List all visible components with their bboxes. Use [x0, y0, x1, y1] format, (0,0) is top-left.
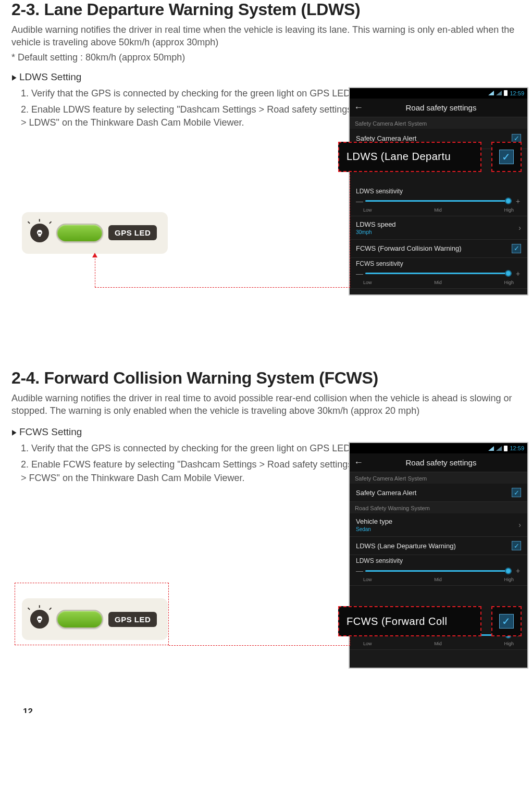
setting-subvalue: Sedan: [356, 526, 392, 532]
setting-subvalue: 30mph: [356, 229, 396, 235]
slider-bar[interactable]: [365, 200, 512, 202]
status-bar: 12:59: [350, 443, 527, 453]
bulb-icon: [30, 224, 49, 242]
fcws-block: 1. Verify that the GPS is connected by c…: [11, 442, 521, 671]
slider-tick: Mid: [434, 641, 442, 646]
fcws-step-1: 1. Verify that the GPS is connected by c…: [21, 442, 354, 455]
checkbox-icon[interactable]: ✓: [512, 541, 521, 550]
highlight-ldws-label: LDWS (Lane Departu: [338, 142, 481, 172]
back-icon[interactable]: ←: [354, 457, 363, 468]
battery-icon: [504, 446, 508, 451]
slider-tick: Mid: [434, 577, 442, 582]
status-bar: 12:59: [350, 88, 527, 99]
slider-tick: Low: [363, 577, 372, 582]
slider-bar[interactable]: [365, 570, 512, 572]
checkbox-icon[interactable]: ✓: [512, 244, 521, 253]
fcws-row[interactable]: FCWS (Forward Collision Warning) ✓: [350, 240, 527, 258]
vehicle-type-row[interactable]: Vehicle type Sedan ›: [350, 513, 527, 537]
highlight-ldws-checkbox[interactable]: ✓: [491, 142, 522, 172]
section-23-title: 2-3. Lane Departure Warning System (LDWS…: [11, 0, 521, 19]
slider-tick: High: [504, 641, 514, 646]
ldws-sensitivity-row[interactable]: LDWS sensitivity — + Low Mid High: [350, 555, 527, 586]
ldws-setting-heading: LDWS Setting: [11, 71, 521, 83]
ldws-step-2: 2. Enable LDWS feature by selecting "Das…: [21, 103, 354, 129]
slider-tick: Low: [363, 280, 372, 285]
battery-icon: [504, 90, 508, 96]
signal-icon: [488, 91, 494, 95]
connector-line: [95, 287, 350, 288]
slider-knob[interactable]: [505, 270, 512, 277]
phone-section-label: Safety Camera Alert System: [350, 117, 527, 129]
slider-tick: Mid: [434, 280, 442, 285]
setting-label: LDWS speed: [356, 220, 396, 228]
plus-icon[interactable]: +: [515, 197, 521, 205]
section-24-title: 2-4. Forward Collision Warning System (F…: [11, 368, 521, 388]
setting-label: FCWS (Forward Collision Warning): [356, 244, 512, 252]
slider-tick: High: [504, 280, 514, 285]
connector-line: [169, 645, 350, 646]
plus-icon[interactable]: +: [515, 567, 521, 575]
phone-screenshot-ldws: 12:59 ← Road safety settings Safety Came…: [349, 87, 528, 296]
setting-label: Safety Camera Alert: [356, 489, 512, 497]
setting-label: Vehicle type: [356, 518, 392, 525]
phone-header: ← Road safety settings: [350, 99, 527, 117]
slider-tick: Mid: [434, 207, 442, 213]
connector-line: [95, 256, 95, 287]
phone-section-label: Road Safety Warning System: [350, 502, 527, 513]
highlight-fcws-label: FCWS (Forward Coll: [338, 606, 481, 636]
slider-tick: Low: [363, 641, 372, 646]
phone-header-title: Road safety settings: [368, 103, 514, 112]
slider-knob[interactable]: [505, 568, 512, 574]
slider-tick: Low: [363, 207, 372, 213]
checkbox-icon: ✓: [499, 150, 514, 164]
plus-icon[interactable]: +: [515, 269, 521, 278]
fcws-sensitivity-row[interactable]: FCWS sensitivity — + Low Mid High: [350, 258, 527, 289]
setting-label: LDWS sensitivity: [356, 188, 521, 195]
slider-bar[interactable]: [365, 273, 512, 274]
minus-icon[interactable]: —: [356, 567, 362, 575]
ldws-speed-row[interactable]: LDWS speed 30mph ›: [350, 216, 527, 240]
gps-led-label: GPS LED: [108, 225, 157, 240]
highlight-fcws-checkbox[interactable]: ✓: [491, 606, 522, 636]
section-23-note: * Default setting : 80km/h (approx 50mph…: [11, 52, 521, 63]
status-time: 12:59: [510, 445, 524, 451]
back-icon[interactable]: ←: [354, 102, 363, 113]
phone-header: ← Road safety settings: [350, 453, 527, 472]
safety-camera-alert-row[interactable]: Safety Camera Alert ✓: [350, 484, 527, 502]
connector-line: [350, 175, 350, 288]
slider-tick: High: [504, 207, 514, 213]
fcws-step-2: 2. Enable FCWS feature by selecting "Das…: [21, 458, 354, 484]
chevron-right-icon: ›: [518, 224, 521, 232]
connector-line: [350, 635, 350, 646]
ldws-block: 1. Verify that the GPS is connected by c…: [11, 87, 521, 306]
arrowhead-icon: [92, 253, 97, 257]
setting-label: FCWS sensitivity: [356, 260, 521, 267]
fcws-setting-heading: FCWS Setting: [11, 426, 521, 438]
section-23-description: Audible warning notifies the driver in r…: [11, 23, 521, 49]
gps-led-widget: GPS LED: [22, 212, 168, 254]
gps-led-light: [56, 224, 103, 242]
phone-section-label: Safety Camera Alert System: [350, 472, 527, 484]
page-number: 12: [23, 707, 33, 713]
signal-icon: [488, 446, 494, 451]
slider-knob[interactable]: [505, 198, 512, 204]
ldws-row[interactable]: LDWS (Lane Departure Warning) ✓: [350, 537, 527, 555]
ldws-sensitivity-row[interactable]: LDWS sensitivity — + Low Mid High: [350, 186, 527, 216]
phone-header-title: Road safety settings: [368, 458, 514, 467]
svg-rect-0: [39, 236, 41, 237]
signal-icon: [496, 446, 502, 451]
chevron-right-icon: ›: [518, 521, 521, 529]
slider-tick: High: [504, 577, 514, 582]
minus-icon[interactable]: —: [356, 269, 362, 278]
checkbox-icon: ✓: [499, 614, 514, 629]
setting-label: LDWS sensitivity: [356, 557, 521, 564]
signal-icon: [496, 91, 502, 95]
minus-icon[interactable]: —: [356, 197, 362, 205]
checkbox-icon[interactable]: ✓: [512, 488, 521, 497]
section-24-description: Audible warning notifies the driver in r…: [11, 392, 521, 417]
status-time: 12:59: [510, 90, 524, 96]
ldws-step-1: 1. Verify that the GPS is connected by c…: [21, 87, 354, 100]
setting-label: LDWS (Lane Departure Warning): [356, 542, 512, 550]
connector-box: [15, 583, 169, 645]
